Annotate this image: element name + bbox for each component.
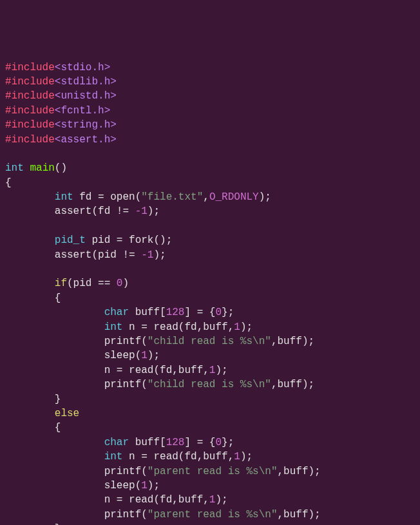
code-line: int n = read(fd,buff,1); [5, 320, 415, 334]
include-line: #include<unistd.h> [5, 89, 415, 103]
code-line: printf("child read is %s\n",buff); [5, 334, 415, 348]
brace-close: } [5, 392, 415, 406]
code-line: sleep(1); [5, 348, 415, 363]
code-line: int n = read(fd,buff,1); [5, 450, 415, 464]
code-line: n = read(fd,buff,1); [5, 363, 415, 377]
code-line: assert(fd != -1); [5, 204, 415, 218]
blank-line [5, 262, 415, 276]
brace-open: { [5, 291, 415, 305]
blank-line [5, 147, 415, 161]
code-line: sleep(1); [5, 479, 415, 493]
else-line: else [5, 406, 415, 421]
brace-open: { [5, 176, 415, 190]
brace-close: } [5, 522, 415, 525]
blank-line [5, 219, 415, 233]
code-line: n = read(fd,buff,1); [5, 493, 415, 507]
code-line: printf("parent read is %s\n",buff); [5, 508, 415, 522]
include-line: #include<stdlib.h> [5, 75, 415, 89]
include-line: #include<string.h> [5, 118, 415, 132]
code-line: int fd = open("file.txt",O_RDONLY); [5, 190, 415, 204]
code-line: printf("child read is %s\n",buff); [5, 377, 415, 392]
code-line: assert(pid != -1); [5, 248, 415, 262]
code-line: char buff[128] = {0}; [5, 435, 415, 450]
code-block: #include<stdio.h>#include<stdlib.h>#incl… [5, 61, 415, 525]
code-line: printf("parent read is %s\n",buff); [5, 464, 415, 479]
if-line: if(pid == 0) [5, 276, 415, 291]
include-line: #include<fcntl.h> [5, 104, 415, 118]
include-line: #include<assert.h> [5, 133, 415, 147]
function-signature: int main() [5, 161, 415, 175]
include-line: #include<stdio.h> [5, 61, 415, 75]
code-line: pid_t pid = fork(); [5, 233, 415, 247]
code-line: char buff[128] = {0}; [5, 305, 415, 320]
brace-open: { [5, 421, 415, 435]
